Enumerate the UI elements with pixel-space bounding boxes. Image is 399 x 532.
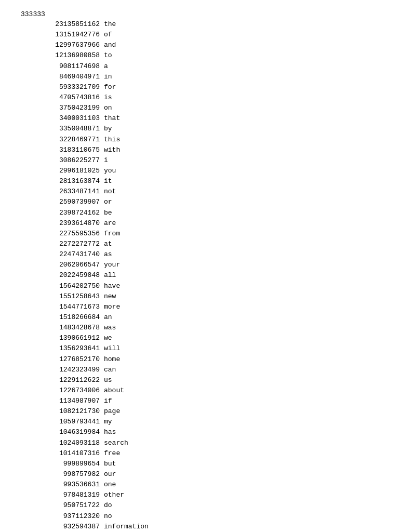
table-row: 2398724162be: [21, 208, 378, 218]
row-number: 1226734006: [21, 385, 104, 396]
row-number: 2275595356: [21, 229, 104, 239]
row-word: my: [104, 417, 112, 427]
table-row: 1390661912we: [21, 333, 378, 343]
table-row: 2996181025you: [21, 166, 378, 176]
row-word: the: [104, 19, 116, 30]
row-word: no: [104, 511, 112, 522]
row-number: 1059793441: [21, 417, 104, 427]
header-value: 333333: [21, 10, 378, 18]
row-number: 1390661912: [21, 333, 104, 343]
row-word: home: [104, 354, 120, 365]
row-number: 1356293641: [21, 343, 104, 354]
table-row: 937112320no: [21, 511, 378, 522]
row-word: has: [104, 427, 116, 437]
row-number: 2590739907: [21, 197, 104, 207]
row-number: 2062066547: [21, 260, 104, 270]
table-row: 2813163874it: [21, 176, 378, 187]
table-row: 2022459848all: [21, 270, 378, 281]
row-word: other: [104, 490, 124, 500]
table-row: 1229112622us: [21, 375, 378, 385]
row-number: 2398724162: [21, 208, 104, 218]
table-row: 1014107316free: [21, 448, 378, 459]
row-word: to: [104, 50, 112, 61]
table-row: 2062066547your: [21, 260, 378, 270]
table-row: 12997637966and: [21, 40, 378, 50]
row-number: 1134987907: [21, 396, 104, 406]
row-number: 2272272772: [21, 239, 104, 249]
row-number: 1046319984: [21, 427, 104, 437]
row-word: that: [104, 113, 120, 124]
row-number: 4705743816: [21, 92, 104, 103]
row-number: 1229112622: [21, 375, 104, 385]
table-row: 1226734006about: [21, 385, 378, 396]
row-number: 12136980858: [21, 50, 104, 61]
row-word: a: [104, 61, 108, 72]
row-word: i: [104, 155, 108, 166]
row-word: page: [104, 406, 120, 417]
row-number: 3086225277: [21, 155, 104, 166]
table-row: 4705743816is: [21, 92, 378, 103]
row-word: if: [104, 396, 112, 406]
table-row: 2272272772at: [21, 239, 378, 249]
row-number: 3228469771: [21, 135, 104, 145]
table-row: 13151942776of: [21, 30, 378, 40]
row-word: at: [104, 239, 112, 249]
row-word: free: [104, 448, 120, 459]
row-number: 2633487141: [21, 187, 104, 197]
row-word: with: [104, 145, 120, 155]
data-table: 23135851162the13151942776of12997637966an…: [21, 19, 378, 532]
row-number: 1276852170: [21, 354, 104, 365]
table-row: 3400031103that: [21, 113, 378, 124]
table-row: 5933321709for: [21, 82, 378, 92]
table-row: 932594387information: [21, 522, 378, 532]
row-word: our: [104, 469, 116, 480]
table-row: 950751722do: [21, 500, 378, 511]
table-row: 1024093118search: [21, 438, 378, 448]
row-word: from: [104, 229, 120, 239]
row-word: can: [104, 365, 116, 375]
table-row: 1059793441my: [21, 417, 378, 427]
row-number: 1564202750: [21, 281, 104, 291]
row-number: 1024093118: [21, 438, 104, 448]
row-number: 999899654: [21, 459, 104, 469]
row-word: your: [104, 260, 120, 270]
row-word: about: [104, 385, 124, 396]
row-word: for: [104, 82, 116, 92]
row-number: 5933321709: [21, 82, 104, 92]
row-word: will: [104, 343, 120, 354]
table-row: 993536631one: [21, 480, 378, 490]
row-word: not: [104, 187, 116, 197]
table-row: 1483428678was: [21, 323, 378, 333]
table-row: 12136980858to: [21, 50, 378, 61]
table-row: 999899654but: [21, 459, 378, 469]
row-number: 993536631: [21, 480, 104, 490]
row-word: as: [104, 249, 112, 260]
table-row: 1518266684an: [21, 312, 378, 323]
row-number: 932594387: [21, 522, 104, 532]
row-word: new: [104, 291, 116, 302]
row-word: it: [104, 176, 112, 187]
row-number: 1014107316: [21, 448, 104, 459]
table-row: 998757982our: [21, 469, 378, 480]
table-row: 1551258643new: [21, 291, 378, 302]
table-row: 2275595356from: [21, 229, 378, 239]
row-number: 1544771673: [21, 302, 104, 312]
row-word: us: [104, 375, 112, 385]
table-row: 2247431740as: [21, 249, 378, 260]
table-row: 1242323499can: [21, 365, 378, 375]
table-row: 3086225277i: [21, 155, 378, 166]
row-word: one: [104, 480, 116, 490]
row-number: 1082121730: [21, 406, 104, 417]
row-word: be: [104, 208, 112, 218]
table-row: 23135851162the: [21, 19, 378, 30]
row-number: 1551258643: [21, 291, 104, 302]
row-word: this: [104, 135, 120, 145]
table-row: 3350048871by: [21, 124, 378, 134]
row-word: or: [104, 197, 112, 207]
row-number: 8469404971: [21, 72, 104, 82]
table-row: 1082121730page: [21, 406, 378, 417]
row-word: on: [104, 103, 112, 113]
row-word: and: [104, 40, 116, 50]
row-word: an: [104, 312, 112, 323]
row-number: 12997637966: [21, 40, 104, 50]
